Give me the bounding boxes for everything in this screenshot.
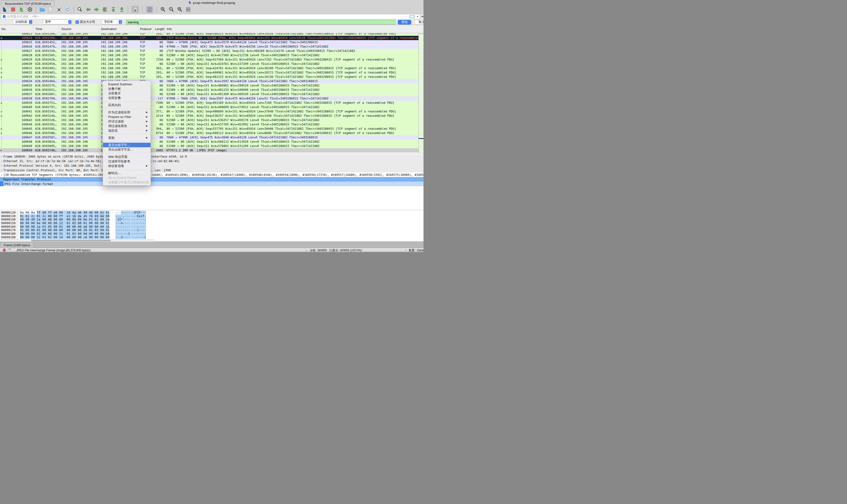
menu-item[interactable]: 导出分组字节流…: [103, 147, 151, 152]
expander-icon[interactable]: ›: [0, 168, 3, 172]
expander-icon[interactable]: ›: [0, 164, 3, 167]
capture-comment-icon[interactable]: [8, 249, 10, 252]
case-sensitive-checkbox[interactable]: [75, 20, 79, 24]
packet-row[interactable]: 160633628.8502463…192.168.100.105192.168…: [0, 75, 418, 79]
packet-row[interactable]: 160635628.8502575…192.168.100.106192.168…: [0, 83, 418, 88]
hex-row[interactable]: 0000013001 01 2c 01 2c 00 00 ff e1 16 de…: [0, 215, 424, 218]
packet-row[interactable]: ←160650628.8503740…192.168.100.105192.16…: [0, 148, 418, 152]
menu-item[interactable]: 过滤器字段参考: [103, 159, 151, 164]
scrollbar-handle[interactable]: [31, 240, 110, 241]
open-file-button[interactable]: [39, 7, 45, 12]
expander-icon[interactable]: ›: [0, 155, 3, 158]
hex-ascii[interactable]: ··,·,··· ···Exif·: [116, 215, 146, 218]
menu-item[interactable]: 作为过滤器应用▶: [103, 110, 151, 114]
packet-row[interactable]: 160628628.8501565…192.168.100.106192.168…: [0, 53, 418, 57]
menu-item[interactable]: Wiki 协议页面: [103, 155, 151, 159]
stop-capture-button[interactable]: [10, 7, 16, 12]
colorize-toggle[interactable]: [146, 6, 153, 13]
menu-item[interactable]: 显示分组字节…: [103, 143, 151, 147]
status-profile[interactable]: 配置 : Default: [409, 248, 424, 252]
packet-list-minimap-scrollbar[interactable]: [418, 33, 424, 153]
packet-row[interactable]: 160632628.8502463…192.168.100.105192.168…: [0, 70, 418, 75]
hex-ascii[interactable]: ···2···· ·······i: [116, 236, 146, 239]
packet-row[interactable]: 160629628.8502026…192.168.100.105192.168…: [0, 57, 418, 62]
column-header-destination[interactable]: Destination: [99, 25, 138, 33]
detail-row[interactable]: ›JPEG File Interchange Format: [0, 182, 424, 186]
menu-item[interactable]: Prepare as Filter▶: [103, 114, 151, 119]
hex-horizontal-scrollbar[interactable]: [0, 239, 154, 242]
detail-row[interactable]: ›Ethernet II, Src: a2:cf:1b:7a:4e:56 (a2…: [0, 159, 424, 163]
hex-bytes[interactable]: 00 49 49 2a 00 08 00 00 00 08 00 0e 01 0…: [20, 218, 109, 221]
packet-row[interactable]: 160644628.8503391…192.168.100.106192.168…: [0, 122, 418, 127]
column-header-protocol[interactable]: Protocol: [138, 25, 153, 33]
packet-row[interactable]: 160649628.8503695…192.168.100.106192.168…: [0, 144, 418, 148]
menu-item[interactable]: Expand Subtrees: [103, 82, 151, 87]
tab-frame[interactable]: Frame (2465 bytes): [0, 242, 34, 248]
close-file-button[interactable]: [56, 7, 62, 12]
search-type-select[interactable]: 字符串 ▲▼: [102, 20, 123, 24]
start-capture-button[interactable]: [2, 7, 7, 12]
first-packet-button[interactable]: [110, 7, 116, 12]
filter-history-dropdown-icon[interactable]: ▼: [416, 16, 418, 18]
packet-row[interactable]: 160623628.8501300…192.168.100.105192.168…: [0, 33, 418, 36]
packet-row[interactable]: 160636628.8502651…192.168.100.106192.168…: [0, 88, 418, 92]
hex-row[interactable]: 0000014000 49 49 2a 00 08 00 00 00 08 00…: [0, 218, 424, 221]
menu-item[interactable]: 全部折叠: [103, 96, 151, 100]
packet-row[interactable]: 160630628.8502059…192.168.100.106192.168…: [0, 62, 418, 66]
display-filter-input[interactable]: 应用显示过滤器 ...<⌘/> ▼: [1, 14, 420, 19]
cancel-button[interactable]: 取消: [415, 20, 424, 24]
hex-ascii[interactable]: ···n···· ········: [116, 221, 146, 225]
search-scope-select[interactable]: 分组列表 ▲▼: [13, 20, 33, 24]
hex-row[interactable]: 0000019000 00 00 32 01 02 00 14 00 00 00…: [0, 236, 424, 239]
hex-ascii[interactable]: ········ ········: [116, 225, 146, 229]
menu-item[interactable]: 折叠子树: [103, 87, 151, 91]
packet-row[interactable]: 160648628.8503654…192.168.100.106192.168…: [0, 140, 418, 144]
hex-ascii[interactable]: ········ ···(····: [116, 229, 146, 232]
expander-icon[interactable]: ›: [0, 173, 3, 177]
expander-icon[interactable]: ›: [0, 178, 3, 181]
reload-file-button[interactable]: [65, 7, 70, 12]
packet-row[interactable]: 160639628.8502751…192.168.100.105192.168…: [0, 101, 418, 105]
find-packet-button[interactable]: [77, 7, 83, 12]
last-packet-button[interactable]: [119, 7, 125, 12]
menu-item[interactable]: 复制▶: [103, 136, 151, 140]
hex-row[interactable]: 0000017001 05 00 01 00 00 00 b0 00 00 00…: [0, 229, 424, 232]
hex-row[interactable]: 000001200a 0d 0a ff d8 ff e0 00 10 4a 46…: [0, 211, 424, 215]
filter-bookmark-icon[interactable]: [3, 15, 6, 18]
hex-bytes[interactable]: 01 05 00 01 00 00 00 b0 00 00 00 28 01 0…: [20, 229, 109, 232]
packet-row[interactable]: 160631628.8502462…192.168.100.105192.168…: [0, 66, 418, 70]
packet-row[interactable]: 160637628.8502687…192.168.100.106192.168…: [0, 92, 418, 96]
menu-item[interactable]: 对话过滤器▶: [103, 119, 151, 124]
hex-row[interactable]: 0000016000 00 00 1a 01 05 00 01 00 00 00…: [0, 225, 424, 229]
hex-bytes[interactable]: 00 00 00 6e 00 00 00 12 01 03 00 01 00 0…: [20, 221, 109, 225]
hex-bytes[interactable]: 00 00 00 1a 01 05 00 01 00 00 00 a8 00 0…: [20, 225, 109, 229]
hex-bytes[interactable]: 0a 0d 0a ff d8 ff e0 00 10 4a 46 49 46 0…: [20, 211, 109, 215]
packet-row[interactable]: 160642628.8503244…192.168.100.105192.168…: [0, 114, 418, 118]
next-packet-button[interactable]: [94, 7, 99, 12]
expander-icon[interactable]: ›: [0, 159, 3, 163]
find-button[interactable]: 查找: [398, 20, 411, 24]
expert-info-icon[interactable]: [3, 249, 6, 252]
packet-row[interactable]: 160640628.8502797…192.168.100.106192.168…: [0, 105, 418, 109]
hex-row[interactable]: 0000015000 00 00 6e 00 00 00 12 01 03 00…: [0, 221, 424, 225]
packet-row[interactable]: 160634628.8502464…192.168.100.105192.168…: [0, 79, 418, 83]
column-header-time[interactable]: Time: [33, 25, 59, 33]
hex-bytes[interactable]: 01 01 2c 01 2c 00 00 ff e1 16 de 45 78 6…: [20, 215, 109, 218]
detail-row[interactable]: ›Hypertext Transfer Protocol: [0, 177, 424, 182]
hex-bytes[interactable]: 00 00 00 02 00 00 00 31 01 02 00 0d 00 0…: [20, 232, 109, 236]
auto-scroll-toggle[interactable]: [131, 6, 139, 13]
column-header-info[interactable]: Info: [165, 25, 424, 33]
detail-row[interactable]: ›Internet Protocol Version 4, Src: 192.1…: [0, 163, 424, 168]
hex-row[interactable]: 0000018000 00 00 02 00 00 00 31 01 02 00…: [0, 232, 424, 236]
capture-options-button[interactable]: [27, 7, 33, 12]
search-input[interactable]: warning: [126, 20, 395, 24]
menu-item[interactable]: 解码为…: [103, 171, 151, 175]
save-file-button[interactable]: 010110100110: [48, 7, 53, 12]
hex-ascii[interactable]: ········ ·JFIF···: [116, 211, 146, 215]
detail-row[interactable]: ›[39 Reassembled TCP Segments (579199 by…: [0, 173, 424, 177]
zoom-original-button[interactable]: [177, 7, 183, 12]
zoom-in-button[interactable]: [160, 7, 166, 12]
apply-filter-button[interactable]: [409, 15, 415, 18]
menu-item[interactable]: Go to Linked Packet: [103, 175, 151, 180]
packet-row[interactable]: 160626628.8501474…192.168.100.106192.168…: [0, 44, 418, 49]
